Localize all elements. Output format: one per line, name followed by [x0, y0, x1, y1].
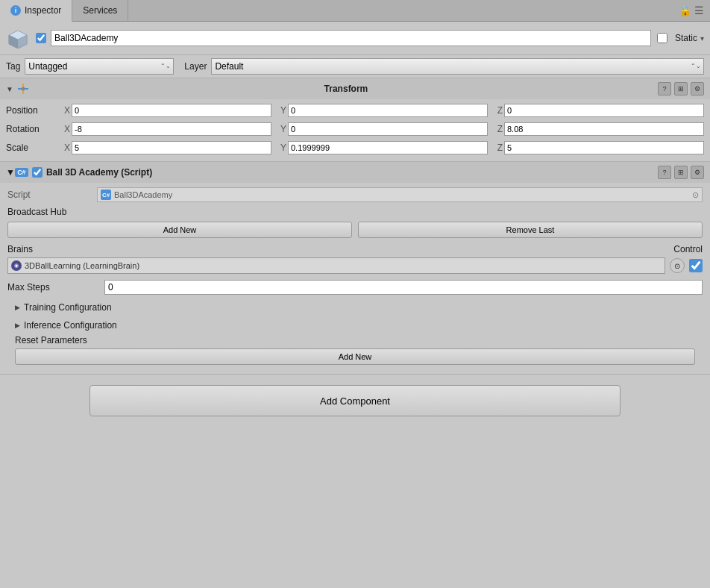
- scale-y-item: Y: [274, 141, 488, 154]
- max-steps-label: Max Steps: [7, 282, 104, 293]
- control-label: Control: [673, 244, 703, 254]
- position-label: Position: [6, 105, 58, 116]
- static-label: Static: [675, 33, 697, 43]
- tag-label: Tag: [6, 61, 20, 72]
- add-new-btn[interactable]: Add New: [7, 222, 352, 238]
- add-new-params-btn[interactable]: Add New: [15, 348, 695, 365]
- transform-collapse-arrow: ▼: [6, 85, 13, 93]
- tag-select-wrapper: Untagged: [25, 58, 174, 75]
- tab-services[interactable]: Services: [72, 0, 128, 21]
- tab-inspector[interactable]: i Inspector: [0, 0, 72, 22]
- script-field-row: Script C# Ball3DAcademy ⊙: [7, 187, 703, 202]
- tab-bar: i Inspector Services 🔒 ☰: [0, 0, 710, 22]
- rotation-z-input[interactable]: [504, 122, 704, 136]
- inference-config-arrow: ▶: [15, 322, 20, 329]
- transform-gear-btn[interactable]: ⚙: [691, 82, 704, 96]
- brains-header: Brains Control: [7, 244, 703, 254]
- position-y-input[interactable]: [288, 104, 488, 117]
- scale-label: Scale: [6, 143, 58, 153]
- scale-z-label: Z: [491, 143, 503, 153]
- position-xyz: X Y Z: [58, 104, 704, 117]
- transform-settings-btn[interactable]: ⊞: [674, 82, 688, 96]
- training-config-label: Training Configuration: [24, 302, 112, 313]
- position-x-item: X: [58, 104, 271, 117]
- scale-x-input[interactable]: [72, 141, 271, 154]
- ball3d-script-header[interactable]: ▼ C# Ball 3D Academy (Script) ? ⊞ ⚙: [0, 162, 710, 183]
- ball3d-buttons: ? ⊞ ⚙: [658, 166, 704, 179]
- cs-badge: C#: [15, 168, 28, 177]
- object-header: Static ▾: [0, 22, 710, 55]
- inference-config-label: Inference Configuration: [24, 320, 117, 331]
- transform-title: Transform: [34, 84, 658, 94]
- inspector-tab-label: Inspector: [25, 5, 61, 16]
- scale-z-input[interactable]: [504, 141, 704, 154]
- position-row: Position X Y Z: [6, 102, 704, 119]
- static-dropdown-arrow[interactable]: ▾: [700, 34, 704, 43]
- broadcast-hub-label: Broadcast Hub: [7, 207, 703, 217]
- transform-help-btn[interactable]: ?: [658, 82, 671, 96]
- layer-select-wrapper: Default: [211, 58, 704, 75]
- tag-select[interactable]: Untagged: [25, 58, 174, 75]
- add-component-btn[interactable]: Add Component: [89, 385, 621, 416]
- brain-input: ◉ 3DBallLearning (LearningBrain): [7, 257, 665, 274]
- object-active-checkbox[interactable]: [36, 33, 46, 43]
- max-steps-input[interactable]: [104, 280, 703, 295]
- ball3d-active-checkbox[interactable]: [32, 167, 43, 178]
- inference-config-row[interactable]: ▶ Inference Configuration: [7, 317, 703, 334]
- training-config-arrow: ▶: [15, 304, 20, 311]
- script-value-gear-icon: ⊙: [692, 190, 699, 200]
- layer-select[interactable]: Default: [211, 58, 704, 75]
- object-name-input[interactable]: [51, 30, 651, 46]
- reset-params-section: Reset Parameters Add New: [7, 335, 703, 365]
- rotation-x-label: X: [58, 124, 70, 134]
- transform-fields: Position X Y Z Rotation: [0, 99, 710, 161]
- position-z-item: Z: [491, 104, 704, 117]
- scale-y-input[interactable]: [288, 141, 488, 154]
- brains-label: Brains: [7, 244, 33, 254]
- transform-header[interactable]: ▼ Transform ? ⊞ ⚙: [0, 78, 710, 99]
- scale-x-item: X: [58, 141, 271, 154]
- position-y-item: Y: [274, 104, 488, 117]
- ball3d-settings-btn[interactable]: ⊞: [674, 166, 688, 179]
- rotation-y-label: Y: [274, 124, 286, 134]
- transform-icon: [16, 82, 30, 96]
- ball3d-help-btn[interactable]: ?: [658, 166, 671, 179]
- scale-y-label: Y: [274, 143, 286, 153]
- rotation-x-item: X: [58, 122, 271, 136]
- broadcast-hub-btn-row: Add New Remove Last: [7, 222, 703, 238]
- object-icon: [6, 26, 30, 50]
- svg-point-6: [21, 87, 25, 91]
- layer-label: Layer: [184, 61, 207, 72]
- max-steps-row: Max Steps: [7, 280, 703, 295]
- rotation-row: Rotation X Y Z: [6, 121, 704, 137]
- script-field-value: C# Ball3DAcademy ⊙: [97, 187, 703, 202]
- brain-value-text: 3DBallLearning (LearningBrain): [25, 261, 139, 270]
- remove-last-btn[interactable]: Remove Last: [358, 222, 703, 238]
- reset-params-label: Reset Parameters: [15, 335, 695, 345]
- position-z-label: Z: [491, 105, 503, 116]
- control-checkbox[interactable]: [689, 259, 703, 272]
- rotation-z-item: Z: [491, 122, 704, 136]
- menu-icon[interactable]: ☰: [694, 4, 704, 16]
- lock-icon[interactable]: 🔒: [679, 4, 691, 16]
- ball3d-gear-btn[interactable]: ⚙: [691, 166, 704, 179]
- position-x-input[interactable]: [72, 104, 271, 117]
- rotation-x-input[interactable]: [72, 122, 271, 136]
- position-z-input[interactable]: [504, 104, 704, 117]
- ball3d-title: Ball 3D Academy (Script): [46, 167, 658, 178]
- ball3d-script-body: Script C# Ball3DAcademy ⊙ Broadcast Hub …: [0, 183, 710, 374]
- training-config-row[interactable]: ▶ Training Configuration: [7, 299, 703, 316]
- unity-cube-icon: [7, 28, 28, 49]
- rotation-y-input[interactable]: [288, 122, 488, 136]
- ball3d-collapse-arrow: ▼: [6, 167, 15, 178]
- script-field-label: Script: [7, 190, 97, 200]
- scale-xyz: X Y Z: [58, 141, 704, 154]
- rotation-y-item: Y: [274, 122, 488, 136]
- tag-layer-row: Tag Untagged Layer Default: [0, 55, 710, 78]
- brain-circle-btn[interactable]: ⊙: [670, 258, 685, 273]
- position-y-label: Y: [274, 105, 286, 116]
- add-component-section: Add Component: [0, 375, 710, 427]
- transform-buttons: ? ⊞ ⚙: [658, 82, 704, 96]
- static-checkbox[interactable]: [657, 33, 667, 43]
- rotation-xyz: X Y Z: [58, 122, 704, 136]
